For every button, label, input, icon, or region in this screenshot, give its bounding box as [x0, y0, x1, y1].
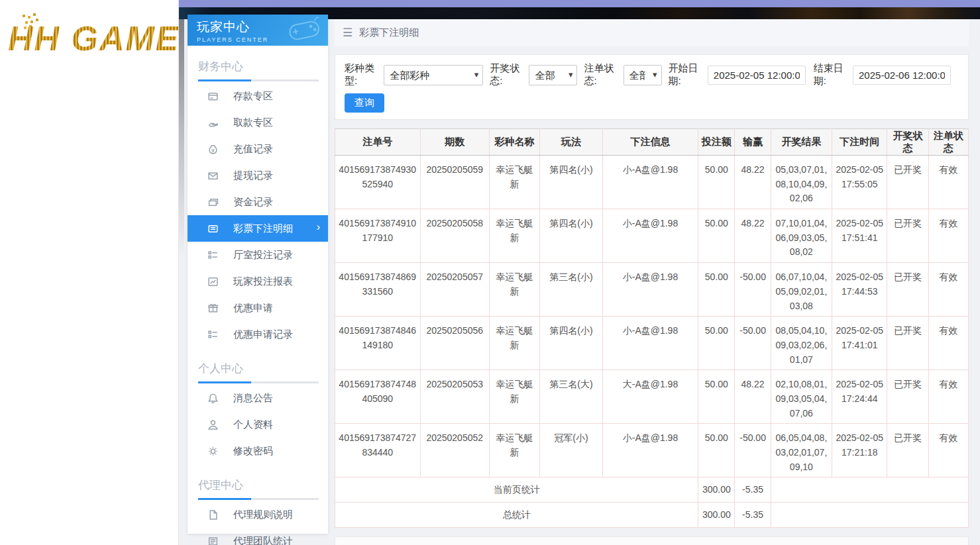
lottery-detail-icon [207, 223, 219, 234]
table-cell: 冠军(小) [540, 424, 602, 477]
table-row: 40156917387486933156020250205057幸运飞艇新第三名… [335, 263, 969, 317]
sidebar-item[interactable]: 提现记录› [188, 162, 328, 189]
sidebar-item[interactable]: 优惠申请记录› [188, 321, 328, 348]
summary-row: 总统计300.00-5.35 [335, 503, 969, 528]
report-chart-icon [207, 276, 219, 287]
table-cell: 已开奖 [887, 263, 928, 317]
sidebar-item[interactable]: 个人资料› [188, 411, 328, 438]
table-header-cell: 投注额 [698, 129, 735, 156]
sidebar-item-label: 充值记录 [233, 143, 273, 156]
sidebar-item-label: 厅室投注记录 [233, 249, 293, 262]
withdrawal-envelope-icon [207, 170, 219, 181]
table-cell: 有效 [928, 209, 968, 263]
sidebar-item-label: 修改密码 [233, 445, 273, 458]
sidebar-item[interactable]: 存款专区› [188, 83, 328, 109]
start-date-input[interactable] [708, 66, 806, 85]
draw-status-label: 开奖状态: [490, 62, 525, 87]
table-cell: 第四名(小) [540, 317, 602, 370]
sidebar-item[interactable]: 修改密码› [188, 438, 328, 464]
deposit-card-icon [207, 91, 219, 102]
table-cell: 50.00 [698, 424, 735, 477]
top-purple-bar [179, 0, 980, 7]
table-cell: 401569173874910177910 [335, 209, 421, 263]
sidebar-item-label: 个人资料 [233, 419, 273, 431]
table-header-cell: 期数 [420, 129, 489, 156]
table-cell: 50.00 [698, 317, 735, 370]
summary-bet-total: 300.00 [698, 503, 735, 528]
sidebar-item-label: 取款专区 [233, 117, 273, 129]
table-cell: 第三名(小) [540, 263, 602, 317]
table-cell: -50.00 [735, 263, 771, 317]
summary-win-total: -5.35 [735, 503, 771, 528]
sidebar-item[interactable]: 取款专区› [188, 109, 328, 136]
search-button[interactable]: 查询 [345, 93, 384, 113]
topbar: ☰ 彩票下注明细 [335, 19, 969, 46]
table-cell: 2025-02-05 17:41:01 [832, 317, 887, 370]
sidebar-item[interactable]: 厅室投注记录› [188, 242, 328, 268]
end-date-input[interactable] [853, 66, 951, 85]
lottery-type-label: 彩种类型: [345, 62, 380, 87]
sidebar-item[interactable]: 彩票下注明细› [188, 215, 328, 242]
hamburger-menu-icon[interactable]: ☰ [343, 26, 353, 40]
table-cell: 幸运飞艇新 [489, 156, 539, 209]
lottery-type-select[interactable]: 全部彩种 [384, 65, 483, 85]
table-header-row: 注单号期数彩种名称玩法下注信息投注额输赢开奖结果下注时间开奖状态注单状态 [335, 129, 969, 156]
summary-bet-total: 300.00 [698, 477, 735, 503]
sidebar-item[interactable]: 资金记录› [188, 189, 328, 215]
sidebar-item[interactable]: 优惠申请› [188, 295, 328, 321]
sidebar-item[interactable]: 消息公告› [188, 385, 328, 411]
table-cell: 20250205053 [420, 370, 489, 424]
table-cell: 48.22 [735, 156, 771, 209]
section-underline [198, 498, 319, 500]
funds-record-icon [207, 197, 219, 208]
summary-win-total: -5.35 [735, 477, 771, 503]
table-cell: 幸运飞艇新 [489, 317, 539, 370]
sidebar: 玩家中心 PLAYERS CENTER 财务中心存款专区›取款专区›充值记录›提… [188, 15, 328, 534]
promo-record-icon [207, 329, 219, 340]
sidebar-item-label: 资金记录 [233, 196, 273, 209]
draw-status-select[interactable]: 全部 [529, 65, 577, 85]
table-row: 40156917387484614918020250205056幸运飞艇新第四名… [335, 317, 969, 370]
page-title: 彩票下注明细 [359, 26, 419, 39]
table-header-cell: 开奖状态 [887, 129, 928, 156]
sidebar-section-title: 财务中心 [198, 59, 319, 74]
section-underline [198, 381, 319, 383]
table-cell: 第四名(小) [540, 209, 602, 263]
table-row: 40156917387493052594020250205059幸运飞艇新第四名… [335, 156, 969, 209]
app-region: 玩家中心 PLAYERS CENTER 财务中心存款专区›取款专区›充值记录›提… [179, 0, 980, 545]
sidebar-item[interactable]: 代理团队统计› [188, 528, 328, 545]
person-icon [207, 419, 219, 430]
end-date-label: 结束日期: [814, 62, 849, 87]
table-cell: 02,10,08,01,09,03,05,04,07,06 [771, 370, 832, 424]
table-cell: 小-A盘@1.98 [602, 317, 698, 370]
bell-icon [207, 393, 219, 404]
hall-bet-list-icon [207, 250, 219, 261]
sidebar-item[interactable]: 玩家投注报表› [188, 268, 328, 295]
table-row: 40156917387474840509020250205053幸运飞艇新第三名… [335, 370, 969, 424]
table-cell: 20250205058 [420, 209, 489, 263]
logo-dots-decoration [23, 15, 25, 17]
table-cell: 第四名(小) [540, 156, 602, 209]
table-cell: 幸运飞艇新 [489, 370, 539, 424]
sidebar-item[interactable]: 充值记录› [188, 136, 328, 162]
sidebar-item[interactable]: 代理规则说明› [188, 501, 328, 528]
table-header-cell: 输赢 [735, 129, 771, 156]
sidebar-item-label: 彩票下注明细 [233, 223, 293, 235]
promo-gift-icon [207, 303, 219, 314]
table-header-cell: 注单状态 [928, 129, 968, 156]
table-header-cell: 彩种名称 [489, 129, 539, 156]
summary-empty [771, 477, 968, 503]
table-cell: 401569173874727834440 [335, 424, 421, 477]
table-cell: 有效 [928, 370, 968, 424]
order-status-select[interactable]: 全部 [624, 65, 662, 85]
sidebar-item-label: 消息公告 [233, 392, 273, 405]
order-status-label: 注单状态: [584, 62, 619, 87]
table-cell: 幸运飞艇新 [489, 209, 539, 263]
table-row: 40156917387472783444020250205052幸运飞艇新冠军(… [335, 424, 969, 477]
table-cell: 第三名(大) [540, 370, 602, 424]
sidebar-item-label: 代理团队统计 [233, 535, 293, 545]
summary-label: 当前页统计 [335, 477, 698, 503]
table-cell: 有效 [928, 424, 968, 477]
table-cell: 401569173874748405090 [335, 370, 421, 424]
summary-empty [771, 503, 968, 528]
